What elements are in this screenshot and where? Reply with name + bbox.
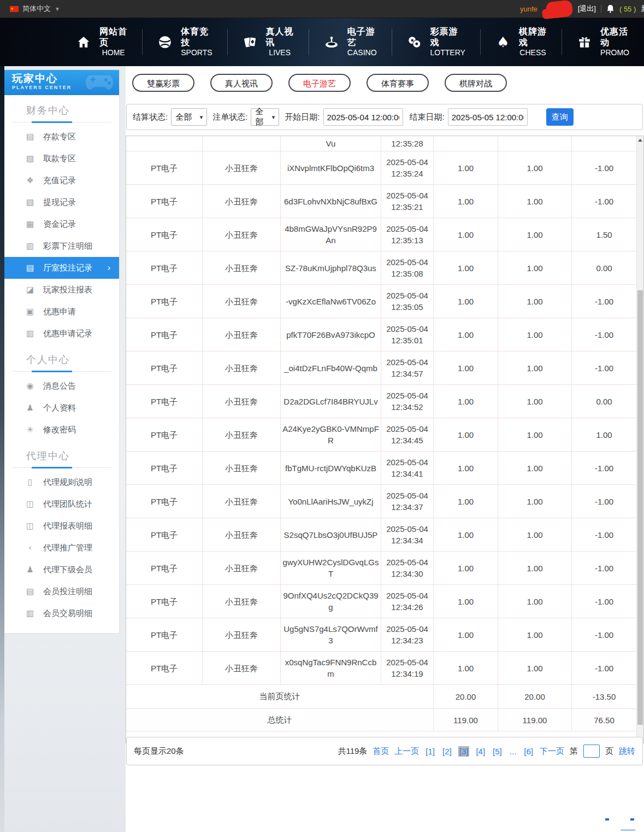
language-switcher[interactable]: ★ 简体中文 ▼	[10, 0, 60, 17]
first-page-link[interactable]: 首页	[373, 746, 389, 757]
hall-cell: PT电子	[126, 385, 203, 418]
sidebar-item[interactable]: ▥ 彩票下注明细 ›	[4, 235, 119, 257]
nav-item-home[interactable]: 网站首页HOME	[61, 29, 142, 55]
next-page-link[interactable]: 下一页	[540, 746, 564, 757]
nav-item-chess[interactable]: ♠ 棋牌游戏CHESS	[480, 29, 562, 55]
logout-button[interactable]: [退出]	[578, 4, 596, 14]
page-number-link[interactable]: ...	[509, 746, 518, 757]
sidebar-item[interactable]: ◉ 消息公告 ›	[4, 375, 119, 397]
sidebar-item[interactable]: ◫ 代理团队统计 ›	[4, 493, 119, 515]
hall-cell: PT电子	[126, 285, 203, 318]
sidebar-item[interactable]: ♟ 个人资料 ›	[4, 397, 119, 419]
nav-label-en: CASINO	[347, 48, 377, 58]
hall-cell: PT电子	[126, 318, 203, 351]
hall-cell: PT电子	[126, 351, 203, 384]
page-number-link[interactable]: [5]	[492, 746, 503, 757]
withdraw-record-icon: ▧	[25, 197, 35, 207]
sidebar-item[interactable]: ▤ 存款专区 ›	[4, 126, 119, 148]
order-cell: fbTgMU-rctjDWYqbKUzB	[281, 452, 381, 484]
page-number-link[interactable]: [4]	[475, 746, 486, 757]
jump-go-link[interactable]: 跳转	[619, 746, 635, 757]
sports-ball-icon	[157, 34, 173, 50]
hall-cell: PT电子	[126, 618, 203, 651]
order-status-select[interactable]: 全部 ▾	[251, 108, 279, 126]
prev-page-link[interactable]: 上一页	[394, 746, 419, 757]
sidebar-item[interactable]: ❖ 充值记录 ›	[4, 169, 119, 191]
sidebar-section-finance: 财务中心 ▤ 存款专区 › ▨ 取款专区 › ❖ 充值记录 › ▧ 提现记录	[4, 104, 119, 344]
sidebar-item[interactable]: ▯ 代理规则说明 ›	[4, 471, 119, 493]
sidebar-item[interactable]: ▧ 提现记录 ›	[4, 191, 119, 213]
username-label[interactable]: yunfe	[520, 5, 537, 13]
sidebar-item-label: 资金记录	[43, 219, 76, 230]
nav-item-lottery[interactable]: 彩票游戏LOTTERY	[392, 29, 480, 55]
nav-item-lives[interactable]: 真人视讯LIVES	[227, 29, 309, 55]
start-date-input[interactable]	[323, 108, 403, 126]
nav-item-promo[interactable]: 优惠活动PROMO	[562, 29, 644, 55]
order-cell: iXNvplmtKFlbOpQi6tm3	[281, 151, 381, 184]
chevron-right-icon: ›	[108, 263, 110, 273]
valid-amount-cell: 1.00	[498, 185, 572, 218]
category-tab[interactable]: 真人视讯	[210, 74, 273, 92]
per-page-label: 每页显示20条	[134, 746, 184, 757]
bet-amount-cell: 1.00	[434, 518, 498, 551]
time-cell: 12:35:28	[381, 136, 434, 151]
result-cell: 0.00	[572, 251, 636, 284]
settle-status-select[interactable]: 全部 ▾	[171, 108, 207, 126]
end-date-input[interactable]	[448, 108, 528, 126]
result-cell: -1.00	[572, 552, 636, 584]
table-row: PT电子 小丑狂奔 Ug5gNS7g4Ls7QOrWvmf3 2025-05-0…	[126, 618, 636, 652]
nav-item-casino[interactable]: 电子游艺CASINO	[309, 29, 392, 55]
time-cell: 2025-05-0412:35:13	[381, 218, 434, 251]
category-tab[interactable]: 雙赢彩票	[132, 74, 194, 92]
game-cell: 小丑狂奔	[203, 251, 281, 284]
search-button[interactable]: 查询	[546, 108, 574, 126]
sidebar-item[interactable]: ▥ 优惠申请记录 ›	[4, 323, 119, 344]
table-row: PT电子 小丑狂奔 fbTgMU-rctjDWYqbKUzB 2025-05-0…	[126, 452, 636, 485]
sidebar-item[interactable]: ♟ 代理下级会员 ›	[4, 559, 119, 581]
scrollbar-thumb[interactable]	[637, 290, 643, 725]
game-cell: 小丑狂奔	[203, 452, 281, 484]
scroll-up-arrow[interactable]	[637, 137, 643, 143]
sidebar-section-personal: 个人中心 ◉ 消息公告 › ♟ 个人资料 › ✳ 修改密码 ›	[4, 353, 119, 441]
sidebar-item[interactable]: ◫ 代理报表明细 ›	[4, 515, 119, 537]
promo-apply-icon: ▣	[25, 307, 35, 317]
game-cell: 小丑狂奔	[203, 485, 281, 518]
result-cell: -1.00	[572, 285, 636, 318]
page-number-link[interactable]: [2]	[441, 746, 453, 757]
notice-count[interactable]: ( 55 )	[619, 5, 636, 13]
mini-widget-icon[interactable]	[630, 818, 634, 821]
sidebar-item[interactable]: ▤ 厅室投注记录 ›	[4, 257, 119, 279]
sidebar-item[interactable]: ▥ 会员交易明细 ›	[4, 602, 119, 624]
sidebar-item[interactable]: ▣ 优惠申请 ›	[4, 301, 119, 323]
jump-page-input[interactable]	[583, 745, 600, 758]
page-stats-row: 当前页统计 20.00 20.00 -13.50	[126, 685, 636, 709]
category-tab[interactable]: 体育赛事	[367, 74, 429, 92]
notice-label[interactable]: 新消息	[641, 4, 644, 14]
page-number-link[interactable]: [1]	[424, 746, 436, 757]
sidebar-item-label: 会员交易明细	[43, 608, 92, 619]
page-number-link[interactable]: [6]	[523, 746, 534, 757]
deposit-icon: ▤	[25, 132, 35, 142]
table-body: PT电子 小丑狂奔 iXNvplmtKFlbOpQi6tm3 2025-05-0…	[126, 151, 636, 685]
time-cell: 2025-05-0412:34:26	[381, 585, 434, 618]
nav-item-sports[interactable]: 体育竞技SPORTS	[142, 29, 227, 55]
sidebar-item-label: 提现记录	[43, 197, 76, 208]
sidebar-item[interactable]: ▦ 资金记录 ›	[4, 213, 119, 235]
vertical-scrollbar[interactable]	[636, 136, 643, 743]
page-number-link[interactable]: [3]	[458, 746, 470, 757]
sidebar-item[interactable]: ▨ 取款专区 ›	[4, 148, 119, 169]
sidebar-item[interactable]: ‹ 代理推广管理 ›	[4, 537, 119, 559]
time-cell: 2025-05-0412:35:24	[381, 151, 434, 184]
mini-widget-icon[interactable]	[605, 818, 609, 821]
valid-amount-cell: 1.00	[498, 151, 572, 184]
sidebar-item[interactable]: ◪ 玩家投注报表 ›	[4, 279, 119, 301]
sidebar-item[interactable]: ✳ 修改密码 ›	[4, 419, 119, 441]
nav-label-en: LOTTERY	[430, 48, 465, 58]
valid-amount-cell: 1.00	[498, 218, 572, 251]
nav-label-zh: 真人视讯	[266, 26, 294, 48]
table-row: PT电子 小丑狂奔 pfkT70F26BvA973ikcpO 2025-05-0…	[126, 318, 636, 351]
sidebar-item[interactable]: ▤ 会员投注明细 ›	[4, 581, 119, 602]
category-tab[interactable]: 棋牌对战	[445, 74, 507, 92]
bell-icon[interactable]	[606, 4, 615, 13]
category-tab[interactable]: 电子游艺	[288, 74, 351, 92]
